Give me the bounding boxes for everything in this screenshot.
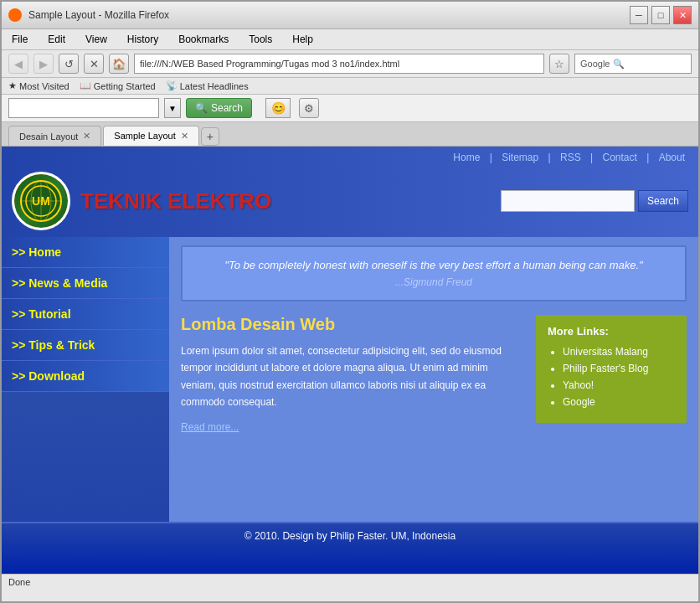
tabs-bar: Desain Layout ✕ Sample Layout ✕ + bbox=[2, 122, 698, 146]
close-button[interactable]: ✕ bbox=[673, 6, 692, 24]
site-logo: UM TEKNIK ELEKTRO bbox=[12, 172, 271, 230]
menu-view[interactable]: View bbox=[82, 32, 111, 47]
separator: | bbox=[590, 152, 593, 163]
separator: | bbox=[548, 152, 551, 163]
search-toolbar-label: Search bbox=[211, 102, 243, 114]
bookmark-getting-started[interactable]: 📖 Getting Started bbox=[80, 80, 156, 91]
sidebar-tutorial-label: >> Tutorial bbox=[12, 307, 71, 321]
logo-circle: UM bbox=[12, 172, 70, 230]
firefox-icon bbox=[8, 8, 22, 22]
bookmark-most-visited[interactable]: ★ Most Visited bbox=[8, 80, 69, 91]
separator: | bbox=[646, 152, 649, 163]
website: Home | Sitemap | RSS | Contact | About bbox=[2, 146, 698, 574]
menu-help[interactable]: Help bbox=[289, 32, 317, 47]
tab-desain-layout[interactable]: Desain Layout ✕ bbox=[8, 126, 101, 146]
quote-author: ...Sigmund Freud bbox=[198, 276, 670, 288]
sidebar-tips-label: >> Tips & Trick bbox=[12, 338, 95, 352]
bookmark-star[interactable]: ☆ bbox=[549, 54, 569, 74]
menu-bar: File Edit View History Bookmarks Tools H… bbox=[2, 29, 698, 50]
more-links-box: More Links: Universitas Malang Philip Fa… bbox=[536, 315, 687, 423]
site-header-content: UM TEKNIK ELEKTRO Search bbox=[2, 165, 698, 237]
title-bar-left: Sample Layout - Mozilla Firefox bbox=[8, 8, 169, 22]
separator: | bbox=[490, 152, 492, 163]
bookmarks-bar: ★ Most Visited 📖 Getting Started 📡 Lates… bbox=[2, 78, 698, 95]
site-header: Home | Sitemap | RSS | Contact | About bbox=[2, 147, 698, 237]
sidebar-home-label: >> Home bbox=[12, 245, 61, 259]
search-icon: 🔍 bbox=[613, 59, 625, 70]
sidebar-item-tutorial[interactable]: >> Tutorial bbox=[2, 299, 169, 330]
browser-search-bar[interactable]: Google 🔍 bbox=[574, 54, 692, 74]
nav-about[interactable]: About bbox=[659, 152, 685, 163]
forward-button[interactable]: ▶ bbox=[33, 54, 54, 74]
tab-close-button[interactable]: ✕ bbox=[181, 131, 188, 142]
status-bar: Done bbox=[2, 574, 698, 590]
nav-contact[interactable]: Contact bbox=[602, 152, 636, 163]
address-bar[interactable]: file:///N:/WEB Based Programming/Tugas m… bbox=[134, 54, 544, 74]
search-toolbar-button[interactable]: 🔍 Search bbox=[186, 98, 252, 118]
nav-bar: ◀ ▶ ↺ ✕ 🏠 file:///N:/WEB Based Programmi… bbox=[2, 50, 698, 78]
more-links-list: Universitas Malang Philip Faster's Blog … bbox=[548, 346, 675, 408]
link-universitas[interactable]: Universitas Malang bbox=[563, 346, 675, 358]
sidebar-item-news-media[interactable]: >> News & Media bbox=[2, 268, 169, 299]
rss-icon: 📡 bbox=[166, 80, 178, 91]
tab-label: Desain Layout bbox=[19, 131, 78, 142]
site-search-button[interactable]: Search bbox=[638, 190, 688, 212]
address-text: file:///N:/WEB Based Programming/Tugas m… bbox=[140, 59, 399, 69]
sidebar-item-download[interactable]: >> Download bbox=[2, 361, 169, 392]
sidebar-news-label: >> News & Media bbox=[12, 276, 107, 290]
menu-file[interactable]: File bbox=[8, 32, 31, 47]
nav-rss[interactable]: RSS bbox=[560, 152, 581, 163]
search-combo-arrow[interactable]: ▼ bbox=[164, 98, 181, 118]
sidebar-item-home[interactable]: >> Home bbox=[2, 237, 169, 268]
star-icon: ★ bbox=[8, 80, 17, 91]
tab-sample-layout[interactable]: Sample Layout ✕ bbox=[103, 126, 198, 146]
menu-bookmarks[interactable]: Bookmarks bbox=[175, 32, 232, 47]
menu-history[interactable]: History bbox=[124, 32, 162, 47]
menu-edit[interactable]: Edit bbox=[44, 32, 69, 47]
window-controls: ─ □ ✕ bbox=[630, 6, 692, 24]
site-footer-bottom bbox=[2, 549, 698, 574]
new-tab-button[interactable]: + bbox=[201, 127, 219, 146]
quote-box: "To be completely honest with oneself is… bbox=[181, 245, 687, 302]
bookmark-label: Latest Headlines bbox=[180, 81, 249, 91]
site-nav-top: Home | Sitemap | RSS | Contact | About bbox=[2, 147, 698, 165]
home-button[interactable]: 🏠 bbox=[109, 54, 129, 74]
more-links-title: More Links: bbox=[548, 325, 675, 338]
footer-text: © 2010. Design by Philip Faster. UM, Ind… bbox=[244, 530, 456, 542]
sidebar-download-label: >> Download bbox=[12, 369, 85, 383]
site-content: "To be completely honest with oneself is… bbox=[169, 237, 698, 522]
stop-button[interactable]: ✕ bbox=[84, 54, 104, 74]
menu-tools[interactable]: Tools bbox=[245, 32, 275, 47]
bookmark-latest-headlines[interactable]: 📡 Latest Headlines bbox=[166, 80, 249, 91]
quote-text: "To be completely honest with oneself is… bbox=[198, 259, 670, 271]
tab-close-button[interactable]: ✕ bbox=[83, 131, 90, 142]
minimize-button[interactable]: ─ bbox=[630, 6, 648, 24]
toolbar-extra-btn[interactable]: ⚙ bbox=[299, 98, 319, 118]
reload-button[interactable]: ↺ bbox=[59, 54, 79, 74]
magnifier-icon: 🔍 bbox=[195, 102, 208, 114]
site-main: >> Home >> News & Media >> Tutorial >> T… bbox=[2, 237, 698, 522]
link-yahoo[interactable]: Yahoo! bbox=[563, 379, 675, 391]
bookmark-label: Most Visited bbox=[19, 81, 69, 91]
title-bar: Sample Layout - Mozilla Firefox ─ □ ✕ bbox=[2, 2, 698, 29]
sidebar-item-tips-trick[interactable]: >> Tips & Trick bbox=[2, 330, 169, 361]
emoticon-button[interactable]: 😊 bbox=[265, 98, 291, 118]
link-google[interactable]: Google bbox=[563, 396, 675, 408]
tab-label: Sample Layout bbox=[114, 131, 175, 141]
logo-inner: UM bbox=[14, 174, 68, 228]
nav-home[interactable]: Home bbox=[453, 152, 480, 163]
window-title: Sample Layout - Mozilla Firefox bbox=[28, 9, 169, 21]
link-philip[interactable]: Philip Faster's Blog bbox=[563, 363, 675, 374]
nav-sitemap[interactable]: Sitemap bbox=[502, 152, 538, 163]
search-combo-input[interactable] bbox=[8, 98, 159, 118]
site-search: Search bbox=[501, 190, 688, 212]
site-sidebar: >> Home >> News & Media >> Tutorial >> T… bbox=[2, 237, 169, 522]
book-icon: 📖 bbox=[80, 80, 91, 91]
back-button[interactable]: ◀ bbox=[8, 54, 28, 74]
bookmark-label: Getting Started bbox=[94, 81, 156, 91]
site-search-input[interactable] bbox=[501, 190, 635, 212]
maximize-button[interactable]: □ bbox=[651, 6, 670, 24]
site-footer: © 2010. Design by Philip Faster. UM, Ind… bbox=[2, 522, 698, 549]
search-toolbar: ▼ 🔍 Search 😊 ⚙ bbox=[2, 95, 698, 122]
google-label: Google bbox=[580, 59, 610, 69]
